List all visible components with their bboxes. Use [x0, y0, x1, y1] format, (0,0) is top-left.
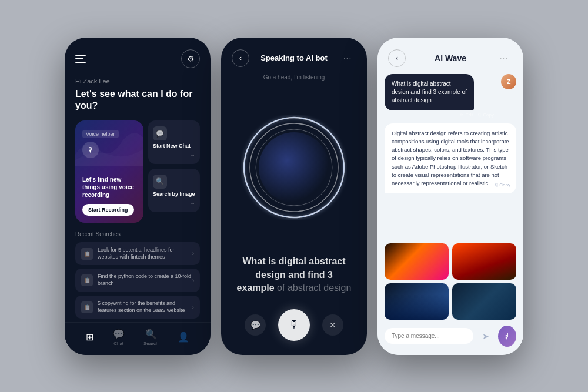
voice-question-highlight: of abstract design [277, 283, 351, 293]
voice-controls: 💬 🎙 ✕ [221, 300, 367, 355]
nav-search[interactable]: 🔍 Search [143, 329, 158, 346]
recent-searches: Recent Searches 📋 Look for 5 potential h… [65, 223, 211, 322]
home-cards: Voice helper 🎙 Let's find new things usi… [65, 120, 211, 223]
chat-input[interactable] [385, 328, 473, 344]
arrow-icon: → [189, 152, 195, 158]
search-icon-1: 📋 [81, 248, 93, 260]
search-text-1: Look for 5 potential headlines for websi… [98, 247, 192, 260]
search-image-label: Search by Image [153, 191, 195, 197]
home-title: Let's see what can I do for you? [65, 87, 211, 121]
start-chat-button[interactable]: 💬 Start New Chat → [148, 120, 200, 164]
message-actions: ✏ Edit ⎘ Copy [385, 110, 496, 118]
voice-listening-text: Go a head, I'm listening [221, 72, 367, 90]
abstract-image-2[interactable] [452, 243, 516, 280]
chat-header: ‹ AI Wave ··· [377, 38, 523, 74]
nav-home[interactable]: ⊞ [86, 331, 93, 344]
chat-messages: What is digital abstract design and find… [377, 74, 523, 243]
chat-button-label: Start New Chat [153, 143, 191, 149]
search-nav-icon: 🔍 [145, 329, 157, 340]
voice-screen-title: Speaking to AI bot [260, 53, 328, 62]
arrow-icon-2: → [189, 200, 195, 206]
home-icon: ⊞ [86, 331, 93, 343]
abstract-image-3[interactable] [385, 283, 449, 320]
back-button[interactable]: ‹ [232, 49, 249, 67]
chat-title: AI Wave [435, 53, 466, 63]
abstract-image-1[interactable] [385, 243, 449, 280]
ai-response-text: Digital abstract design refers to creati… [392, 130, 509, 187]
user-message: What is digital abstract design and find… [385, 74, 516, 118]
recent-title: Recent Searches [75, 231, 200, 237]
chat-control-button[interactable]: 💬 [245, 314, 266, 336]
voice-card-label: Voice helper [82, 130, 119, 138]
voice-card-text: Let's find new things using voice record… [82, 176, 136, 199]
action-buttons: 💬 Start New Chat → 🔍 Search by Image → [148, 120, 200, 223]
search-icon-3: 📋 [81, 301, 93, 313]
bottom-nav: ⊞ 💬 Chat 🔍 Search 👤 [65, 322, 211, 354]
user-avatar: Z [501, 74, 516, 89]
search-item-3[interactable]: 📋 5 copywriting for the benefits and fea… [75, 296, 200, 319]
chat-nav-icon: 💬 [113, 329, 125, 340]
chat-icon: 💬 [153, 126, 167, 140]
phone-chat: ‹ AI Wave ··· What is digital abstract d… [377, 38, 523, 355]
close-control-button[interactable]: ✕ [322, 314, 343, 336]
start-recording-button[interactable]: Start Recording [82, 204, 134, 216]
more-options-button[interactable]: ··· [339, 49, 356, 67]
settings-button[interactable]: ⚙ [181, 49, 200, 68]
phone-home: ⚙ Hi Zack Lee Let's see what can I do fo… [65, 38, 211, 355]
search-text-2: Find the python code to create a 10-fold… [98, 273, 192, 287]
copy-button[interactable]: ⎘ Copy [478, 112, 494, 118]
search-icon-2: 📋 [81, 274, 93, 286]
search-image-button[interactable]: 🔍 Search by Image → [148, 169, 200, 212]
chat-back-button[interactable]: ‹ [388, 49, 406, 67]
voice-question-text: What is digital abstract design and find… [221, 246, 367, 299]
image-grid [377, 243, 523, 320]
menu-button[interactable] [75, 49, 94, 68]
voice-header: ‹ Speaking to AI bot ··· [221, 38, 367, 72]
voice-card[interactable]: Voice helper 🎙 Let's find new things usi… [75, 120, 143, 223]
nav-chat[interactable]: 💬 Chat [113, 329, 125, 346]
chat-mic-button[interactable]: 🎙 [498, 326, 516, 347]
circle-inner [259, 132, 329, 203]
search-item-2[interactable]: 📋 Find the python code to create a 10-fo… [75, 269, 200, 292]
voice-icon: 🎙 [82, 142, 99, 158]
user-message-wrapper: What is digital abstract design and find… [385, 74, 496, 118]
search-arrow-3: › [192, 304, 194, 310]
ai-copy-button[interactable]: ⎘ Copy [495, 182, 510, 189]
search-arrow-1: › [192, 250, 194, 257]
edit-button[interactable]: ✏ Edit [460, 112, 474, 118]
greeting-text: Hi Zack Lee [65, 73, 211, 87]
phone-voice: ‹ Speaking to AI bot ··· Go a head, I'm … [221, 38, 367, 355]
chat-more-button[interactable]: ··· [495, 49, 513, 67]
image-search-icon: 🔍 [153, 175, 167, 189]
microphone-button[interactable]: 🎙 [278, 309, 310, 341]
glowing-circle [241, 115, 347, 220]
search-text-3: 5 copywriting for the benefits and featu… [98, 300, 192, 314]
nav-chat-label: Chat [113, 341, 123, 346]
nav-search-label: Search [143, 341, 158, 346]
chat-input-bar: ➤ 🎙 [377, 320, 523, 355]
send-button[interactable]: ➤ [478, 327, 493, 345]
search-arrow-2: › [192, 277, 194, 284]
screens-container: ⚙ Hi Zack Lee Let's see what can I do fo… [65, 38, 523, 355]
ai-message: Digital abstract design refers to creati… [385, 123, 516, 194]
voice-circle-area [221, 90, 367, 246]
home-header: ⚙ [65, 38, 211, 73]
profile-nav-icon: 👤 [178, 331, 189, 343]
search-item-1[interactable]: 📋 Look for 5 potential headlines for web… [75, 242, 200, 265]
user-message-text: What is digital abstract design and find… [385, 74, 474, 110]
nav-profile[interactable]: 👤 [178, 331, 189, 344]
abstract-image-4[interactable] [452, 283, 516, 320]
